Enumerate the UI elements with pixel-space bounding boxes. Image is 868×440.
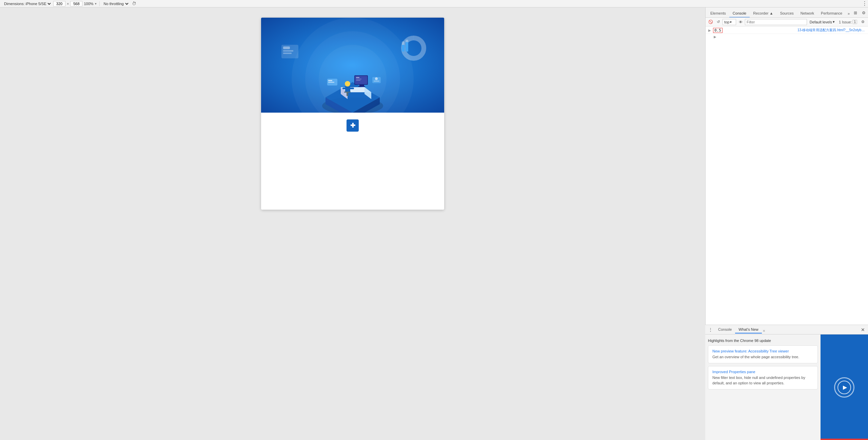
console-settings-icon[interactable]: ⚙ xyxy=(860,19,866,25)
wn-item-2[interactable]: Improved Properties pane New filter text… xyxy=(708,366,818,389)
issues-count: 1 xyxy=(852,20,857,24)
levels-arrow-icon: ▾ xyxy=(833,20,835,24)
device-selector[interactable]: Dimensions: iPhone 5/SE xyxy=(3,1,52,6)
svg-rect-6 xyxy=(283,50,293,52)
whatsnew-header: ⋮ Console What's New ✕ ✕ xyxy=(705,325,868,334)
viewport-width-input[interactable] xyxy=(53,1,65,6)
issues-label: 1 Issue: xyxy=(839,20,852,24)
toolbar-separator xyxy=(99,1,100,6)
tab-sources[interactable]: Sources xyxy=(776,9,797,18)
svg-rect-5 xyxy=(283,46,290,49)
tab-more[interactable]: » xyxy=(846,10,852,17)
svg-rect-30 xyxy=(342,88,347,89)
more-options-icon[interactable]: ⋮ xyxy=(861,0,868,7)
svg-rect-36 xyxy=(328,82,334,83)
svg-rect-27 xyxy=(356,80,360,81)
viewport-info: Dimensions: iPhone 5/SE × 100% ▾ No thro… xyxy=(0,0,140,7)
whatsnew-content: Highlights from the Chrome 98 update New… xyxy=(705,334,868,440)
context-selector[interactable]: top ▾ xyxy=(723,19,736,25)
device-content: ✚ xyxy=(261,113,444,210)
wn-item-1-desc: Get an overview of the whole page access… xyxy=(712,355,813,360)
whatsnew-tab-close-icon[interactable]: ✕ xyxy=(763,329,765,333)
chevron-down-icon: ▾ xyxy=(95,2,97,5)
wn-tab-console[interactable]: Console xyxy=(715,326,735,333)
svg-rect-24 xyxy=(358,86,365,87)
tab-console[interactable]: Console xyxy=(729,9,750,18)
whatsnew-video-thumbnail[interactable]: ▶ xyxy=(821,334,868,440)
svg-rect-11 xyxy=(402,45,405,52)
main-area: ✚ Elements Console Recorder ▲ Sources Ne… xyxy=(0,7,868,440)
svg-rect-39 xyxy=(374,81,379,81)
svg-point-28 xyxy=(345,81,350,87)
app-icon: ✚ xyxy=(347,119,359,132)
throttle-selector[interactable]: No throttling xyxy=(102,1,130,6)
whatsnew-menu-icon[interactable]: ⋮ xyxy=(707,327,713,333)
context-value: top xyxy=(724,20,729,24)
close-whatsnew-icon[interactable]: ✕ xyxy=(860,327,866,333)
context-arrow-icon: ▾ xyxy=(730,20,732,24)
wn-item-1[interactable]: New preview feature: Accessibility Tree … xyxy=(708,345,818,363)
viewport-separator: × xyxy=(67,2,69,6)
svg-rect-31 xyxy=(350,88,354,89)
play-button-inner: ▶ xyxy=(837,381,851,394)
video-progress-bar xyxy=(821,439,868,440)
viewport-toolbar: Dimensions: iPhone 5/SE × 100% ▾ No thro… xyxy=(0,0,868,7)
tab-recorder[interactable]: Recorder ▲ xyxy=(750,9,776,18)
devtools-tabs: Elements Console Recorder ▲ Sources Netw… xyxy=(706,7,868,18)
viewport-height-input[interactable] xyxy=(70,1,82,6)
console-source[interactable]: 13-移动端常用适配方案四.html?__5n2otyb9u5a1sonde:1… xyxy=(797,28,865,33)
wn-item-1-title: New preview feature: Accessibility Tree … xyxy=(712,349,813,353)
play-icon: ▶ xyxy=(843,384,847,390)
svg-point-38 xyxy=(375,77,378,80)
timer-icon[interactable]: ⏱ xyxy=(131,0,138,7)
eye-icon[interactable]: 👁 xyxy=(737,19,744,25)
svg-rect-26 xyxy=(356,79,361,79)
whatsnew-highlight-title: Highlights from the Chrome 98 update xyxy=(708,337,818,345)
settings-icon[interactable]: ⚙ xyxy=(860,9,867,17)
console-entry-expanded: ▶ xyxy=(706,34,868,39)
clear-console-icon[interactable]: 🚫 xyxy=(708,19,714,25)
expand-sub-icon: ▶ xyxy=(714,35,716,39)
isometric-illustration xyxy=(261,18,444,113)
expand-arrow-icon[interactable]: ▶ xyxy=(708,28,711,32)
zoom-level[interactable]: 100% xyxy=(84,2,93,6)
svg-rect-32 xyxy=(344,92,351,93)
tab-performance[interactable]: Performance xyxy=(817,9,846,18)
whatsnew-panel: ⋮ Console What's New ✕ ✕ Highlights from… xyxy=(705,325,868,440)
svg-rect-13 xyxy=(406,42,408,52)
whatsnew-list: Highlights from the Chrome 98 update New… xyxy=(705,334,821,440)
plus-icon: ✚ xyxy=(350,122,355,129)
wn-item-2-title: Improved Properties pane xyxy=(712,370,813,374)
devtools-icons: ⊞ ⚙ ✕ xyxy=(852,9,868,17)
tab-network[interactable]: Network xyxy=(797,9,817,18)
new-tab-icon[interactable]: ⊞ xyxy=(852,9,859,17)
device-hero xyxy=(261,18,444,113)
console-value: 0.5 xyxy=(713,28,723,33)
play-button-outer: ▶ xyxy=(834,377,854,398)
levels-label: Default levels xyxy=(810,20,832,24)
svg-rect-25 xyxy=(356,77,359,78)
svg-rect-23 xyxy=(359,85,364,86)
console-entry: ▶ 0.5 13-移动端常用适配方案四.html?__5n2otyb9u5a1s… xyxy=(706,27,868,34)
whatsnew-tabs: Console What's New ✕ xyxy=(715,326,859,333)
svg-rect-33 xyxy=(347,93,348,96)
wn-item-2-desc: New filter text box, hide null and undef… xyxy=(712,375,813,386)
devtools-panel: Elements Console Recorder ▲ Sources Netw… xyxy=(705,7,868,440)
refresh-icon[interactable]: ↺ xyxy=(715,19,721,25)
device-body xyxy=(268,135,437,203)
issues-badge[interactable]: 1 Issue: 1 xyxy=(837,19,859,25)
console-filter-input[interactable] xyxy=(745,19,807,25)
console-toolbar: 🚫 ↺ top ▾ 👁 Default levels ▾ 1 Issue: 1 … xyxy=(706,18,868,26)
page-preview: ✚ xyxy=(0,7,705,440)
log-levels-button[interactable]: Default levels ▾ xyxy=(808,19,836,25)
tab-elements[interactable]: Elements xyxy=(707,9,729,18)
wn-tab-whatsnew[interactable]: What's New xyxy=(735,326,762,333)
svg-rect-35 xyxy=(328,80,332,81)
svg-rect-7 xyxy=(283,53,292,54)
device-frame: ✚ xyxy=(261,18,444,210)
